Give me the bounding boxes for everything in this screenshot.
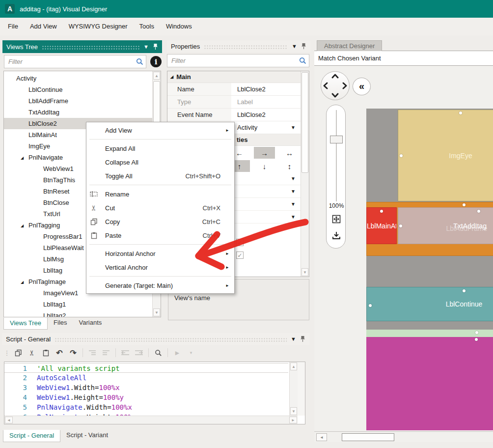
script-header[interactable]: Script - General ▼ (2, 333, 309, 345)
properties-scrollbar[interactable]: ▼ (301, 71, 309, 277)
scroll-down-icon[interactable]: ▼ (153, 308, 160, 316)
pin-icon[interactable] (300, 336, 305, 342)
expanded-icon[interactable]: ◢ (21, 277, 24, 288)
anchor-handle-dot[interactable] (369, 304, 372, 307)
tree-item-LblItag1[interactable]: LblItag1 (4, 299, 152, 310)
expanded-icon[interactable]: ◢ (21, 152, 24, 164)
designer-block-LblContinue[interactable]: LblContinue (366, 287, 493, 321)
collapse-icon[interactable]: ◢ (170, 75, 173, 79)
menu-add-view[interactable]: Add View (24, 18, 63, 35)
property-value[interactable]: Label (231, 96, 301, 108)
chevron-down-icon[interactable]: ▼ (291, 336, 296, 342)
tab-files[interactable]: Files (48, 317, 73, 329)
shift-right-icon[interactable] (135, 349, 143, 356)
designer-block-magenta-panel[interactable] (366, 337, 493, 430)
scroll-thumb[interactable] (301, 72, 308, 173)
property-value[interactable]: LblClose2 (231, 109, 301, 121)
views-filter-input[interactable] (4, 55, 146, 68)
context-menu-item-generate-target-main[interactable]: Generate (Target: Main)► (86, 279, 234, 292)
dropdown-caret-icon[interactable]: ▼ (291, 176, 296, 181)
context-menu-item-rename[interactable]: Rename (86, 187, 234, 201)
anchor-handle-dot[interactable] (475, 331, 478, 334)
scroll-left-icon[interactable]: ◄ (5, 417, 13, 423)
property-value[interactable]: Activity▼ (231, 121, 301, 134)
code-line-1[interactable]: 1'All variants script (4, 363, 288, 373)
context-menu-item-expand-all[interactable]: Expand All (86, 141, 234, 155)
tab-abstract-designer[interactable]: Abstract Designer (317, 40, 382, 51)
code-line-4[interactable]: 4WebView1.Height=100%y (4, 392, 288, 402)
tab-views-tree[interactable]: Views Tree (3, 317, 48, 330)
views-tree-header[interactable]: Views Tree ▼ (2, 40, 162, 53)
tree-item-LbllAddFrame[interactable]: LbllAddFrame (4, 95, 152, 107)
search-icon[interactable] (136, 58, 143, 65)
paste-icon[interactable] (41, 349, 50, 357)
slider-thumb[interactable] (330, 136, 343, 143)
shift-left-icon[interactable] (121, 349, 130, 356)
anchor-right-button[interactable]: → (254, 147, 275, 159)
anchor-handle-dot[interactable] (380, 210, 383, 213)
context-menu-item-horizontal-anchor[interactable]: Horizontal Anchor► (86, 247, 234, 260)
dropdown-caret-icon[interactable]: ▼ (291, 201, 296, 207)
collapse-left-button[interactable]: « (353, 78, 371, 95)
anchor-handle-dot[interactable] (475, 338, 478, 341)
zoom-slider[interactable]: 100% (326, 105, 346, 249)
pin-icon[interactable] (301, 43, 306, 50)
tree-item-LblItag2[interactable]: LblItag2 (4, 310, 152, 317)
info-icon[interactable]: i (150, 56, 162, 67)
properties-header[interactable]: Properties ▼ (167, 40, 310, 52)
menu-tools[interactable]: Tools (134, 18, 160, 35)
pin-icon[interactable] (153, 43, 158, 50)
anchor-both-horizontal-button[interactable]: ↔ (279, 147, 300, 159)
import-layout-icon[interactable] (331, 230, 341, 240)
tree-item-Activity[interactable]: Activity (4, 73, 152, 84)
variant-bar[interactable]: Match Chosen Variant (314, 51, 493, 66)
undo-icon[interactable]: ↶ (55, 348, 64, 358)
toolbar-overflow-icon[interactable]: ▾ (187, 350, 195, 355)
redo-icon[interactable]: ↷ (69, 348, 78, 358)
editor-vertical-scrollbar[interactable]: ▲ ▼ (289, 362, 298, 416)
designer-block-green-strip[interactable] (366, 330, 493, 337)
cut-icon[interactable]: ✂ (27, 348, 36, 357)
checkbox[interactable]: ✓ (236, 252, 244, 259)
scroll-left-icon[interactable]: ◄ (316, 433, 327, 441)
property-row-name[interactable]: NameLblClose2 (167, 83, 301, 96)
scroll-up-icon[interactable]: ▲ (290, 363, 297, 370)
scroll-thumb[interactable] (342, 433, 394, 441)
expanded-icon[interactable]: ◢ (21, 220, 24, 231)
tab-script-variant[interactable]: Script - Variant (60, 430, 114, 441)
chevron-down-icon[interactable]: ▼ (143, 44, 149, 50)
menu-windows[interactable]: Windows (160, 18, 198, 35)
anchor-handle-dot[interactable] (477, 210, 480, 213)
anchor-handle-dot[interactable] (463, 203, 466, 206)
anchor-handle-dot[interactable] (400, 154, 403, 157)
run-icon[interactable]: ▶ (173, 350, 182, 356)
context-menu-item-paste[interactable]: PasteCtrl+V (86, 228, 234, 242)
editor-horizontal-scrollbar[interactable]: ◄ ► (4, 416, 298, 424)
code-line-2[interactable]: 2AutoScaleAll (4, 373, 288, 383)
search-icon[interactable] (299, 57, 306, 64)
designer-block-LblMainAt[interactable]: LblMainAt (366, 207, 397, 244)
context-menu-item-vertical-anchor[interactable]: Vertical Anchor► (86, 260, 234, 274)
code-line-3[interactable]: 3WebView1.Width=100%x (4, 383, 288, 392)
context-menu-item-collapse-all[interactable]: Collapse All (86, 155, 234, 169)
designer-block-ImgEye[interactable]: ImgEye (398, 110, 493, 201)
menu-wysiwyg-designer[interactable]: WYSIWYG Designer (63, 18, 134, 35)
chevron-down-icon[interactable]: ▼ (292, 43, 297, 49)
menu-file[interactable]: File (2, 18, 24, 35)
fit-to-screen-icon[interactable] (331, 214, 341, 224)
search-icon[interactable] (154, 349, 163, 357)
scroll-right-icon[interactable]: ► (289, 417, 297, 423)
dropdown-caret-icon[interactable]: ▼ (291, 189, 296, 194)
grip-icon[interactable]: ⋮ (5, 349, 9, 357)
tree-item-TxtAddItag[interactable]: TxtAddItag (4, 107, 152, 118)
context-menu-item-toggle-all[interactable]: Toggle AllCtrl+Shift+O (86, 169, 234, 183)
anchor-handle-dot[interactable] (399, 224, 402, 227)
scroll-up-icon[interactable]: ▲ (153, 72, 160, 80)
anchor-bottom-button[interactable]: ↓ (254, 160, 275, 172)
property-row-event-name[interactable]: Event NameLblClose2 (167, 109, 301, 121)
context-menu-item-add-view[interactable]: Add View► (86, 123, 234, 137)
context-menu-item-cut[interactable]: ✂CutCtrl+X (86, 201, 234, 215)
script-editor[interactable]: 1'All variants script2AutoScaleAll3WebVi… (4, 362, 305, 424)
section-main[interactable]: ◢ Main (167, 71, 301, 83)
scroll-down-icon[interactable]: ▼ (301, 268, 308, 276)
